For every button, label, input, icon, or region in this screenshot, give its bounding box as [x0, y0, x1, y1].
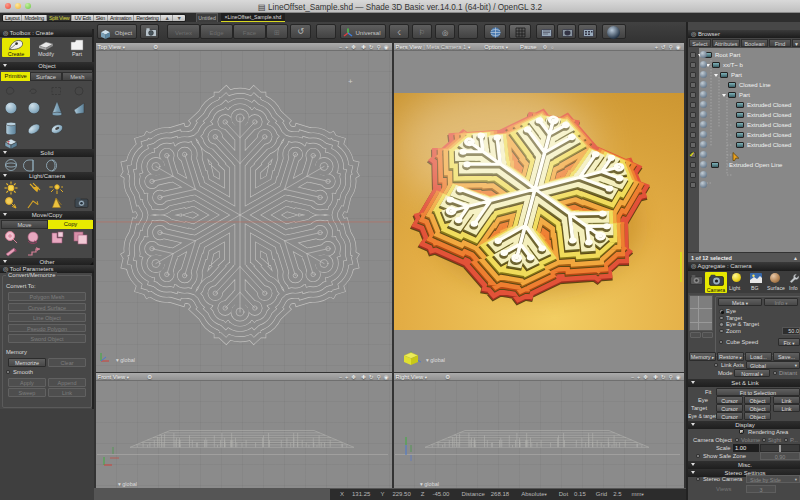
- svg-text:T: T: [7, 140, 10, 146]
